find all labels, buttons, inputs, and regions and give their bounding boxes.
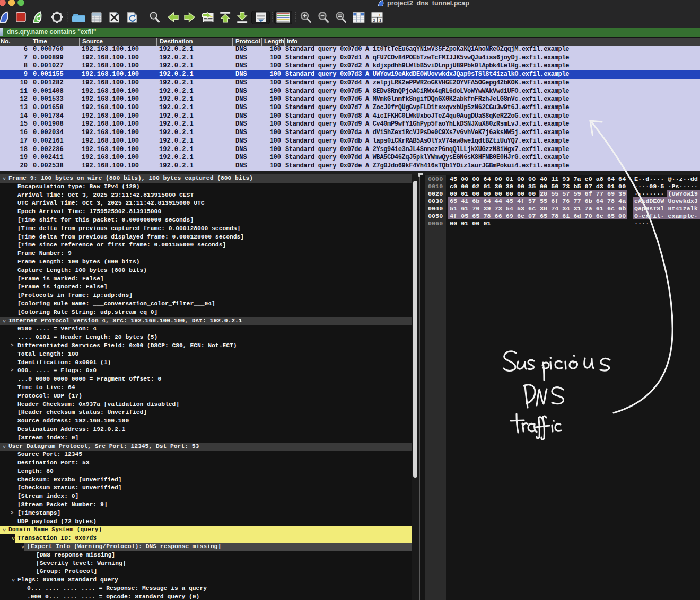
svg-text:3: 3	[379, 19, 381, 22]
svg-text:2: 2	[373, 19, 375, 22]
svg-text:1: 1	[379, 13, 381, 17]
